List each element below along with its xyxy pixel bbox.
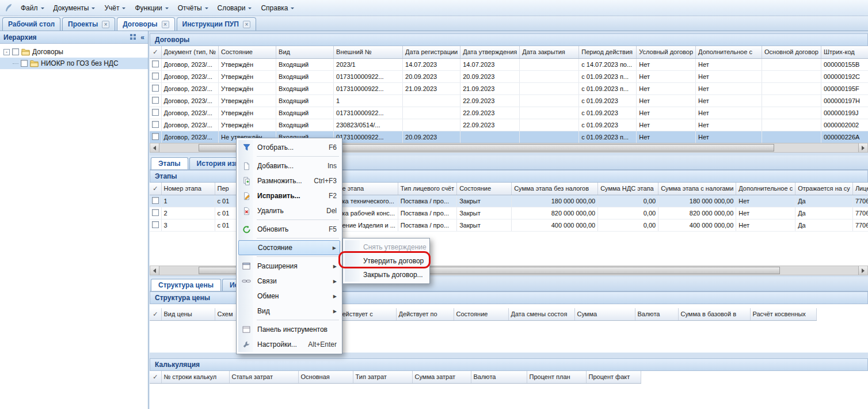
table-row[interactable]: Договор, 2023/...УтверждёнВходящий2023/1… — [150, 58, 868, 70]
row-select-cell[interactable] — [150, 58, 161, 70]
column-header[interactable]: Тип лицевого счёт — [398, 183, 456, 195]
column-header[interactable]: Валюта — [471, 371, 527, 383]
context-menu-item[interactable]: ОбновитьF5 — [238, 222, 340, 237]
row-select-cell[interactable] — [150, 107, 161, 119]
column-header[interactable]: Сумма НДС этапа — [598, 183, 658, 195]
tree-node[interactable]: -Договоры — [0, 46, 148, 58]
column-header[interactable]: Состояние — [454, 308, 508, 320]
column-header[interactable]: № строки калькул — [161, 371, 229, 383]
row-select-cell[interactable] — [150, 207, 161, 219]
column-header[interactable]: Дополнительное с — [736, 183, 795, 195]
row-select-cell[interactable] — [150, 94, 161, 107]
context-menu-item[interactable]: Исправить...F2 — [238, 188, 340, 203]
row-select-cell[interactable] — [150, 195, 161, 207]
row-checkbox[interactable] — [152, 121, 159, 128]
context-menu-item[interactable]: Расширения▶ — [238, 259, 340, 274]
table-row[interactable]: Договор, 2023/...УтверждёнВходящий230823… — [150, 119, 868, 131]
column-header[interactable]: Сумма в базовой в — [678, 308, 750, 320]
column-header[interactable]: Процент факт — [586, 371, 641, 383]
row-checkbox[interactable] — [152, 133, 159, 140]
collapse-sidebar-icon[interactable]: « — [140, 33, 144, 41]
submenu-item[interactable]: Утвердить договор — [345, 254, 428, 268]
column-header[interactable]: ✓ — [150, 308, 161, 320]
column-header[interactable]: Статья затрат — [229, 371, 298, 383]
context-menu-item[interactable]: Вид▶ — [238, 304, 340, 319]
row-select-cell[interactable] — [150, 219, 161, 231]
column-header[interactable]: Действует по — [396, 308, 454, 320]
row-select-cell[interactable] — [150, 119, 161, 131]
column-header[interactable]: Вид — [276, 46, 334, 58]
column-header[interactable]: Основная — [298, 371, 353, 383]
row-checkbox[interactable] — [152, 109, 159, 116]
row-checkbox[interactable] — [152, 73, 159, 79]
menubar-item[interactable]: Словари — [213, 2, 257, 14]
document-tab[interactable]: Проекты× — [62, 17, 115, 31]
menubar-item[interactable]: Документы — [49, 2, 100, 14]
column-header[interactable]: Внешний № — [334, 46, 403, 58]
tree-node[interactable]: НИОКР по ГОЗ без НДС — [0, 58, 148, 69]
scroll-right-button[interactable] — [858, 143, 867, 152]
column-header[interactable]: Состояние — [457, 183, 512, 195]
document-tab[interactable]: Рабочий стол — [2, 17, 60, 31]
document-tab[interactable]: Инструкции ПУП× — [177, 17, 256, 31]
column-header[interactable]: ✓ — [150, 183, 161, 195]
close-icon[interactable]: × — [243, 21, 250, 28]
context-menu-item[interactable]: Добавить...Ins — [238, 158, 340, 173]
column-header[interactable]: Дата закрытия — [520, 46, 579, 58]
row-checkbox[interactable] — [152, 221, 159, 228]
menubar-item[interactable]: Отчёты — [173, 2, 213, 14]
context-menu-item[interactable]: Отобрать...F6 — [238, 140, 340, 155]
column-header[interactable]: Расчёт косвенных — [750, 308, 816, 320]
column-header[interactable]: Документ (тип, № — [161, 46, 219, 58]
menubar-item[interactable]: Учёт — [100, 2, 130, 14]
column-header[interactable]: Сумма этапа с налогами — [658, 183, 736, 195]
column-header[interactable]: Дата смены состоя — [508, 308, 574, 320]
column-header[interactable]: ✓ — [150, 46, 161, 58]
context-menu-item[interactable]: Обмен▶ — [238, 289, 340, 304]
row-checkbox[interactable] — [152, 197, 159, 204]
column-header[interactable]: Номер этапа — [161, 183, 215, 195]
table-row[interactable]: Договор, 2023/...УтверждёнВходящий017310… — [150, 82, 868, 94]
submenu-item[interactable]: Закрыть договор... — [345, 268, 428, 282]
submenu-item[interactable]: Снять утверждение — [345, 240, 428, 254]
tree-node-checkbox[interactable] — [21, 60, 28, 67]
row-select-cell[interactable] — [150, 131, 161, 143]
column-header[interactable]: Сумма затрат — [412, 371, 471, 383]
document-tab[interactable]: Договоры× — [117, 17, 174, 31]
column-header[interactable]: Состояние — [219, 46, 276, 58]
tree-expander-icon[interactable]: - — [3, 49, 10, 55]
table-row[interactable]: Договор, 2023/...УтверждёнВходящий017310… — [150, 70, 868, 82]
context-menu-item[interactable]: УдалитьDel — [238, 203, 340, 218]
scroll-right-button[interactable] — [858, 266, 867, 275]
column-header[interactable]: Вид цены — [161, 308, 215, 320]
menubar-item[interactable]: Справка — [256, 2, 299, 14]
column-header[interactable]: Валюта — [635, 308, 678, 320]
column-header[interactable]: Штрих-код — [821, 46, 868, 58]
row-checkbox[interactable] — [152, 97, 159, 104]
column-header[interactable]: Основной договор — [762, 46, 821, 58]
context-menu-item[interactable]: Панель инструментов — [238, 322, 340, 337]
column-header[interactable]: ✓ — [150, 371, 161, 383]
column-header[interactable]: Условный договор — [637, 46, 696, 58]
context-menu-item[interactable]: Состояние▶ — [238, 240, 340, 255]
row-select-cell[interactable] — [150, 82, 161, 94]
scroll-left-button[interactable] — [150, 143, 159, 152]
column-header[interactable]: Сумма этапа без налогов — [512, 183, 598, 195]
menubar-item[interactable]: Файл — [16, 2, 49, 14]
column-header[interactable]: Процент план — [527, 371, 586, 383]
column-header[interactable]: Период действия — [579, 46, 637, 58]
context-menu-item[interactable]: Связи▶ — [238, 274, 340, 289]
section-tab[interactable]: Структура цены — [151, 279, 221, 291]
scroll-left-button[interactable] — [150, 266, 159, 275]
column-header[interactable]: Дата утверждения — [460, 46, 520, 58]
column-header[interactable]: Дополнительное с — [696, 46, 762, 58]
column-header[interactable]: Сумма — [574, 308, 635, 320]
column-header[interactable]: Тип затрат — [353, 371, 412, 383]
column-header[interactable]: Отражается на су — [795, 183, 853, 195]
section-tab[interactable]: Этапы — [151, 157, 188, 169]
column-header[interactable]: Лице — [852, 183, 868, 195]
row-select-cell[interactable] — [150, 70, 161, 82]
context-menu-item[interactable]: Настройки...Alt+Enter — [238, 337, 340, 352]
row-checkbox[interactable] — [152, 209, 159, 216]
context-menu-item[interactable]: Размножить...Ctrl+F3 — [238, 173, 340, 188]
